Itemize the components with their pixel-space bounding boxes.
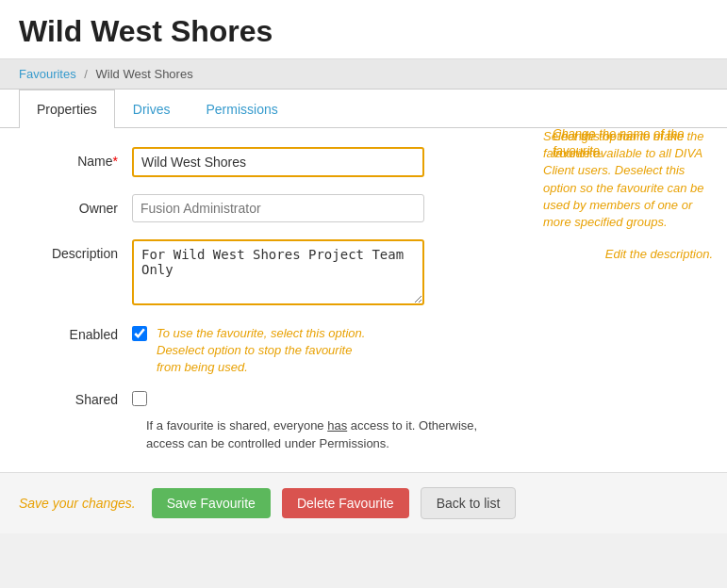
breadcrumb-home[interactable]: Favourites xyxy=(19,67,76,81)
page-title-bar: Wild West Shores xyxy=(0,0,727,59)
checkbox-wrap-enabled: To use the favourite, select this option… xyxy=(132,325,373,377)
page-title: Wild West Shores xyxy=(19,14,708,49)
tab-permissions[interactable]: Permissions xyxy=(188,90,295,128)
shared-info-highlight: has xyxy=(327,418,347,433)
label-shared: Shared xyxy=(28,390,132,407)
save-hint: Save your changes. xyxy=(19,496,136,511)
form-row-enabled: Enabled To use the favourite, select thi… xyxy=(28,325,699,377)
input-wrap-name xyxy=(132,147,424,177)
tab-drives[interactable]: Drives xyxy=(115,90,189,128)
shared-checkbox[interactable] xyxy=(132,391,147,406)
footer-bar: Save your changes. Save Favourite Delete… xyxy=(0,472,727,533)
breadcrumb-current: Wild West Shores xyxy=(96,67,193,81)
input-wrap-owner xyxy=(132,194,424,222)
tab-properties[interactable]: Properties xyxy=(19,90,115,128)
label-enabled: Enabled xyxy=(28,325,132,342)
required-star: * xyxy=(113,154,118,169)
content-area: Change the name of the favourite. Proper… xyxy=(0,90,727,472)
form-row-shared: Shared xyxy=(28,390,699,407)
owner-input[interactable] xyxy=(132,194,424,222)
delete-button[interactable]: Delete Favourite xyxy=(282,488,409,518)
input-wrap-description: For Wild West Shores Project Team Only xyxy=(132,239,424,308)
name-input[interactable] xyxy=(132,147,424,177)
tabs-bar: Properties Drives Permissions xyxy=(0,90,727,128)
enabled-checkbox[interactable] xyxy=(132,326,147,341)
tabs-area: Change the name of the favourite. Proper… xyxy=(0,90,727,128)
label-name: Name* xyxy=(28,147,132,169)
save-button[interactable]: Save Favourite xyxy=(152,488,271,518)
annotation-description: Edit the description. xyxy=(605,246,713,263)
breadcrumb: Favourites / Wild West Shores xyxy=(0,59,727,90)
form-area: Change the name of the favourite. Name* … xyxy=(0,128,727,472)
checkbox-wrap-shared xyxy=(132,390,147,406)
description-textarea[interactable]: For Wild West Shores Project Team Only xyxy=(132,239,424,305)
annotation-enabled: To use the favourite, select this option… xyxy=(157,325,373,377)
shared-info: If a favourite is shared, everyone has a… xyxy=(146,416,495,453)
annotation-shared-right: Select this option to make the favourite… xyxy=(543,128,718,231)
label-owner: Owner xyxy=(28,194,132,216)
label-description: Description xyxy=(28,239,132,261)
form-row-description: Description For Wild West Shores Project… xyxy=(28,239,699,308)
breadcrumb-separator: / xyxy=(84,67,88,81)
back-button[interactable]: Back to list xyxy=(421,487,517,519)
